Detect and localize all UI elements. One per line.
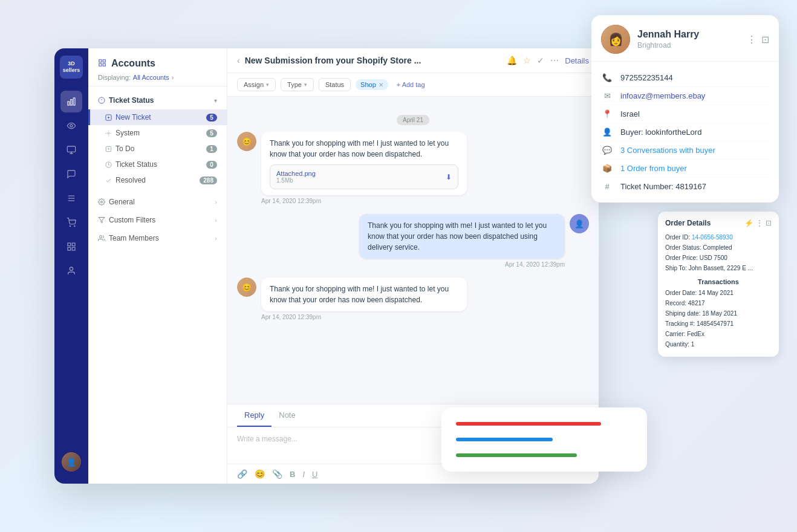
svg-point-16 [70,267,73,270]
reply-tab-label: Reply [244,410,264,420]
tab-reply[interactable]: Reply [237,404,272,427]
more-icon[interactable]: ⋯ [550,56,559,65]
ticket-number-row: # Ticket Number: 4819167 [601,178,769,195]
ticket-status-badge: 0 [206,161,217,169]
attachment-name-1: Attached.png [276,170,316,177]
order-date-line: Order Date: 14 May 2021 [665,288,772,298]
buyer-value: Buyer: lookinfortheLord [620,128,701,137]
underline-icon[interactable]: U [312,470,317,479]
stats-bar-1 [456,422,601,426]
expand-icon[interactable]: ⊡ [761,34,769,45]
order-more-icon[interactable]: ⋮ [756,219,763,227]
check-icon[interactable]: ✓ [537,56,544,65]
left-panel-header: Accounts Displaying: All Accounts › [88,48,227,86]
svg-rect-18 [103,59,105,62]
sidebar-item-tools[interactable] [60,187,82,209]
email-value[interactable]: infoavz@members.ebay [620,91,705,100]
bold-icon[interactable]: B [290,470,295,479]
sidebar-item-eye[interactable] [60,115,82,137]
contact-name: Jennah Harry [637,29,740,40]
order-date-label: Order Date: [665,290,697,296]
order-status-line: Order Status: Completed [665,242,772,253]
sidebar-item-megaphone[interactable] [60,163,82,185]
svg-rect-20 [103,63,105,66]
star-icon[interactable]: ☆ [523,56,531,65]
svg-rect-15 [72,247,75,250]
filter-ticket-status[interactable]: Ticket Status 0 [88,157,227,172]
svg-rect-19 [99,63,102,66]
stats-bar-row-3 [456,453,633,457]
order-lightning-icon[interactable]: ⚡ [744,219,753,227]
location-value: Israel [620,109,640,118]
stats-bar-3 [456,453,577,457]
order-ship-label: Ship To: [665,265,687,271]
svg-point-34 [100,236,102,238]
general-chevron: › [215,198,217,206]
filter-system[interactable]: System 5 [88,125,227,141]
attachment-1: Attached.png 1.5Mb ⬇ [270,164,458,189]
shipping-date-value: 18 May 2021 [702,310,737,317]
status-button[interactable]: Status [319,78,351,91]
logo[interactable]: 3D sellers [60,56,83,79]
sidebar-item-cart[interactable] [60,212,82,233]
ticket-number-icon: # [601,182,613,191]
sidebar-item-screen[interactable] [60,139,82,161]
italic-icon[interactable]: I [302,470,305,479]
filter-resolved[interactable]: Resolved 288 [88,172,227,188]
filter-system-left: System [105,129,140,137]
custom-filters-section[interactable]: Custom Filters › [88,211,227,229]
msg-content-3: Thank you for shopping with me! I just w… [261,277,467,311]
tab-note[interactable]: Note [272,404,302,427]
msg-avatar-2: 👤 [570,214,589,233]
team-members-section[interactable]: Team Members › [88,229,227,247]
emoji-icon[interactable]: 😊 [255,469,265,479]
ticket-status-header[interactable]: Ticket Status ▾ [88,91,227,109]
details-button[interactable]: Details [565,56,589,65]
attach-icon[interactable]: 📎 [272,469,282,479]
msg-avatar-1: 😊 [237,132,256,151]
download-icon-1[interactable]: ⬇ [446,173,452,181]
displaying-value[interactable]: All Accounts [133,74,169,81]
filter-new-ticket[interactable]: New Ticket 5 [88,109,227,125]
filter-todo[interactable]: To Do 1 [88,141,227,157]
order-details-panel: Order Details ⚡ ⋮ ⊡ Order ID: 14-0656-58… [658,212,779,357]
conversation-toolbar: Assign ▾ Type ▾ Status Shop ✕ + Add tag [227,73,599,97]
contact-card-header: 👩 Jennah Harry Brightroad ⋮ ⊡ [591,15,779,62]
filter-new-ticket-left: New Ticket [105,113,151,122]
order-price-line: Order Price: USD 7500 [665,253,772,263]
carrier-label: Carrier: [665,331,685,337]
user-profile[interactable]: 👤 [62,452,81,476]
avatar[interactable]: 👤 [62,452,81,472]
tracking-value: 14854547971 [697,320,734,327]
back-icon[interactable]: ‹ [237,56,240,65]
reply-placeholder: Write a message... [237,435,298,443]
order-panel-actions: ⚡ ⋮ ⊡ [744,219,772,227]
bell-icon[interactable]: 🔔 [507,56,517,65]
more-options-icon[interactable]: ⋮ [747,34,756,45]
order-expand-icon[interactable]: ⊡ [766,219,772,227]
link-icon[interactable]: 🔗 [237,469,247,479]
svg-rect-1 [71,100,73,105]
assign-button[interactable]: Assign ▾ [237,78,276,91]
sidebar-item-grid[interactable] [60,236,82,258]
attachment-info-1: Attached.png 1.5Mb [276,170,316,184]
filter-system-label: System [115,129,140,137]
order-id-value[interactable]: 14-0656-58930 [692,234,733,241]
add-tag-button[interactable]: + Add tag [393,79,429,90]
shop-tag-close[interactable]: ✕ [379,82,383,88]
ticket-number-value: Ticket Number: 4819167 [620,182,706,191]
general-section[interactable]: General › [88,193,227,211]
messages-area[interactable]: April 21 😊 Thank you for shopping with m… [227,97,599,404]
sidebar-item-user[interactable] [60,260,82,282]
contact-details: 📞 972552235144 ✉ infoavz@members.ebay 📍 … [591,62,779,203]
buyer-icon: 👤 [601,128,613,137]
type-button[interactable]: Type ▾ [281,78,314,91]
conversations-value[interactable]: 3 Conversations with buyer [620,146,715,155]
orders-value[interactable]: 1 Order from buyer [620,164,687,173]
email-row: ✉ infoavz@members.ebay [601,87,769,105]
orders-row: 📦 1 Order from buyer [601,160,769,178]
sidebar-item-chart[interactable] [60,91,82,112]
svg-point-11 [74,225,75,226]
message-row-1: 😊 Thank you for shopping with me! I just… [237,132,589,204]
conversation-header: ‹ New Submission from your Shopify Store… [227,48,599,73]
